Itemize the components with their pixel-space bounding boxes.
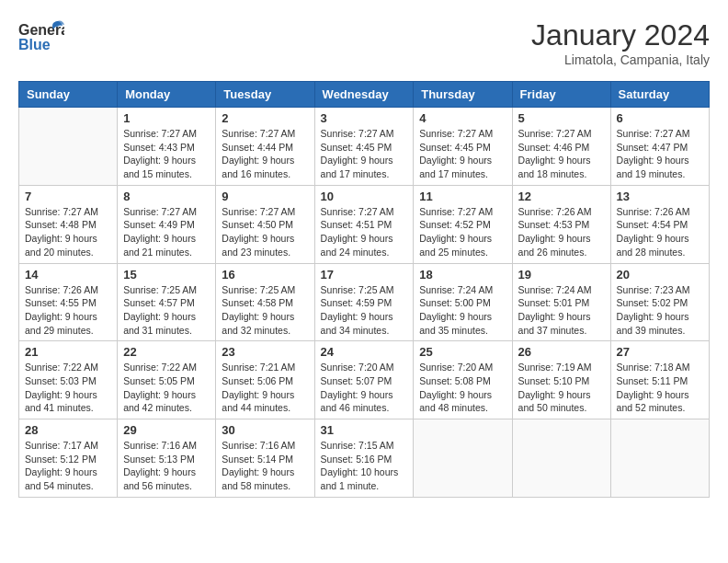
day-number: 27 <box>617 345 703 359</box>
table-row: 4Sunrise: 7:27 AM Sunset: 4:45 PM Daylig… <box>414 108 512 186</box>
day-info: Sunrise: 7:26 AM Sunset: 4:54 PM Dayligh… <box>617 205 703 259</box>
day-number: 10 <box>321 190 408 203</box>
day-number: 13 <box>617 190 703 203</box>
day-info: Sunrise: 7:27 AM Sunset: 4:44 PM Dayligh… <box>222 127 308 181</box>
day-info: Sunrise: 7:27 AM Sunset: 4:48 PM Dayligh… <box>25 205 111 259</box>
table-row: 31Sunrise: 7:15 AM Sunset: 5:16 PM Dayli… <box>314 419 414 498</box>
header-sunday: Sunday <box>19 82 118 108</box>
header-thursday: Thursday <box>414 82 512 108</box>
day-number: 20 <box>617 268 703 282</box>
day-info: Sunrise: 7:20 AM Sunset: 5:08 PM Dayligh… <box>419 361 506 415</box>
header-tuesday: Tuesday <box>216 82 314 108</box>
calendar-table: Sunday Monday Tuesday Wednesday Thursday… <box>18 81 710 498</box>
day-info: Sunrise: 7:23 AM Sunset: 5:02 PM Dayligh… <box>617 283 703 338</box>
day-info: Sunrise: 7:27 AM Sunset: 4:47 PM Dayligh… <box>617 127 703 181</box>
day-number: 16 <box>222 268 308 282</box>
day-number: 8 <box>123 190 210 203</box>
day-info: Sunrise: 7:19 AM Sunset: 5:10 PM Dayligh… <box>518 361 605 415</box>
day-info: Sunrise: 7:25 AM Sunset: 4:59 PM Dayligh… <box>321 283 408 338</box>
table-row: 25Sunrise: 7:20 AM Sunset: 5:08 PM Dayli… <box>414 341 512 419</box>
month-title: January 2024 <box>531 18 710 52</box>
table-row: 11Sunrise: 7:27 AM Sunset: 4:52 PM Dayli… <box>414 185 512 263</box>
day-number: 3 <box>321 111 408 125</box>
table-row <box>610 419 709 498</box>
table-row: 16Sunrise: 7:25 AM Sunset: 4:58 PM Dayli… <box>216 263 314 341</box>
day-info: Sunrise: 7:26 AM Sunset: 4:53 PM Dayligh… <box>518 205 605 259</box>
table-row: 28Sunrise: 7:17 AM Sunset: 5:12 PM Dayli… <box>19 419 118 498</box>
table-row: 26Sunrise: 7:19 AM Sunset: 5:10 PM Dayli… <box>512 341 610 419</box>
table-row: 18Sunrise: 7:24 AM Sunset: 5:00 PM Dayli… <box>414 263 512 341</box>
day-number: 1 <box>123 111 210 125</box>
table-row: 5Sunrise: 7:27 AM Sunset: 4:46 PM Daylig… <box>512 108 610 186</box>
day-number: 4 <box>419 111 506 125</box>
day-info: Sunrise: 7:17 AM Sunset: 5:12 PM Dayligh… <box>25 439 111 493</box>
day-info: Sunrise: 7:22 AM Sunset: 5:05 PM Dayligh… <box>123 361 210 415</box>
day-number: 15 <box>123 268 210 282</box>
title-area: January 2024 Limatola, Campania, Italy <box>531 18 710 67</box>
day-info: Sunrise: 7:20 AM Sunset: 5:07 PM Dayligh… <box>321 361 408 415</box>
day-number: 9 <box>222 190 308 203</box>
day-info: Sunrise: 7:16 AM Sunset: 5:13 PM Dayligh… <box>123 439 210 493</box>
day-number: 21 <box>25 345 111 359</box>
day-info: Sunrise: 7:27 AM Sunset: 4:49 PM Dayligh… <box>123 205 210 259</box>
table-row: 22Sunrise: 7:22 AM Sunset: 5:05 PM Dayli… <box>118 341 216 419</box>
day-number: 22 <box>123 345 210 359</box>
table-row <box>414 419 512 498</box>
table-row: 6Sunrise: 7:27 AM Sunset: 4:47 PM Daylig… <box>610 108 709 186</box>
table-row: 23Sunrise: 7:21 AM Sunset: 5:06 PM Dayli… <box>216 341 314 419</box>
calendar-week-5: 28Sunrise: 7:17 AM Sunset: 5:12 PM Dayli… <box>19 419 710 498</box>
day-number: 18 <box>419 268 506 282</box>
table-row: 24Sunrise: 7:20 AM Sunset: 5:07 PM Dayli… <box>314 341 414 419</box>
table-row: 3Sunrise: 7:27 AM Sunset: 4:45 PM Daylig… <box>314 108 414 186</box>
calendar-week-4: 21Sunrise: 7:22 AM Sunset: 5:03 PM Dayli… <box>19 341 710 419</box>
calendar-week-1: 1Sunrise: 7:27 AM Sunset: 4:43 PM Daylig… <box>19 108 710 186</box>
day-info: Sunrise: 7:22 AM Sunset: 5:03 PM Dayligh… <box>25 361 111 415</box>
day-number: 5 <box>518 111 605 125</box>
day-number: 31 <box>321 423 408 437</box>
day-number: 7 <box>25 190 111 203</box>
day-info: Sunrise: 7:21 AM Sunset: 5:06 PM Dayligh… <box>222 361 308 415</box>
table-row: 9Sunrise: 7:27 AM Sunset: 4:50 PM Daylig… <box>216 185 314 263</box>
day-info: Sunrise: 7:27 AM Sunset: 4:45 PM Dayligh… <box>321 127 408 181</box>
day-number: 6 <box>617 111 703 125</box>
table-row: 1Sunrise: 7:27 AM Sunset: 4:43 PM Daylig… <box>118 108 216 186</box>
day-info: Sunrise: 7:27 AM Sunset: 4:50 PM Dayligh… <box>222 205 308 259</box>
calendar-week-3: 14Sunrise: 7:26 AM Sunset: 4:55 PM Dayli… <box>19 263 710 341</box>
table-row: 21Sunrise: 7:22 AM Sunset: 5:03 PM Dayli… <box>19 341 118 419</box>
table-row: 7Sunrise: 7:27 AM Sunset: 4:48 PM Daylig… <box>19 185 118 263</box>
location-subtitle: Limatola, Campania, Italy <box>531 52 710 67</box>
header-saturday: Saturday <box>610 82 709 108</box>
header-friday: Friday <box>512 82 610 108</box>
day-number: 17 <box>321 268 408 282</box>
table-row <box>19 108 118 186</box>
day-info: Sunrise: 7:27 AM Sunset: 4:52 PM Dayligh… <box>419 205 506 259</box>
day-info: Sunrise: 7:26 AM Sunset: 4:55 PM Dayligh… <box>25 283 111 338</box>
day-number: 11 <box>419 190 506 203</box>
header-monday: Monday <box>118 82 216 108</box>
table-row: 12Sunrise: 7:26 AM Sunset: 4:53 PM Dayli… <box>512 185 610 263</box>
day-info: Sunrise: 7:24 AM Sunset: 5:00 PM Dayligh… <box>419 283 506 338</box>
logo: General Blue <box>18 18 64 60</box>
table-row: 27Sunrise: 7:18 AM Sunset: 5:11 PM Dayli… <box>610 341 709 419</box>
day-number: 29 <box>123 423 210 437</box>
day-info: Sunrise: 7:15 AM Sunset: 5:16 PM Dayligh… <box>321 439 408 493</box>
day-info: Sunrise: 7:27 AM Sunset: 4:46 PM Dayligh… <box>518 127 605 181</box>
day-info: Sunrise: 7:16 AM Sunset: 5:14 PM Dayligh… <box>222 439 308 493</box>
day-number: 2 <box>222 111 308 125</box>
day-number: 30 <box>222 423 308 437</box>
table-row: 8Sunrise: 7:27 AM Sunset: 4:49 PM Daylig… <box>118 185 216 263</box>
day-number: 19 <box>518 268 605 282</box>
day-number: 25 <box>419 345 506 359</box>
day-number: 24 <box>321 345 408 359</box>
day-info: Sunrise: 7:24 AM Sunset: 5:01 PM Dayligh… <box>518 283 605 338</box>
day-number: 26 <box>518 345 605 359</box>
day-info: Sunrise: 7:25 AM Sunset: 4:57 PM Dayligh… <box>123 283 210 338</box>
day-number: 28 <box>25 423 111 437</box>
table-row: 14Sunrise: 7:26 AM Sunset: 4:55 PM Dayli… <box>19 263 118 341</box>
page-header: General Blue January 2024 Limatola, Camp… <box>18 18 710 67</box>
table-row: 19Sunrise: 7:24 AM Sunset: 5:01 PM Dayli… <box>512 263 610 341</box>
weekday-header-row: Sunday Monday Tuesday Wednesday Thursday… <box>19 82 710 108</box>
day-number: 23 <box>222 345 308 359</box>
svg-text:Blue: Blue <box>18 37 51 52</box>
table-row: 29Sunrise: 7:16 AM Sunset: 5:13 PM Dayli… <box>118 419 216 498</box>
